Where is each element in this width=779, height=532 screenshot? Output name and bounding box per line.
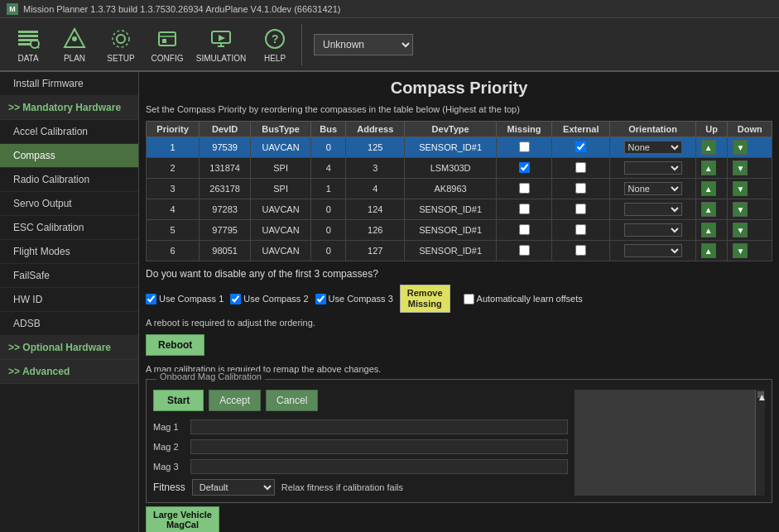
cell-up[interactable]: ▲ [695,220,728,241]
use-compass3-label[interactable]: Use Compass 3 [315,294,393,304]
toolbar-plan[interactable]: PLAN [53,22,96,67]
auto-learn-label[interactable]: Automatically learn offsets [464,294,583,304]
up-button[interactable]: ▲ [701,223,716,237]
cell-external[interactable] [552,199,610,220]
remove-missing-button[interactable]: RemoveMissing [400,285,450,313]
cell-missing[interactable] [496,220,551,241]
sidebar-item-esc-calibration[interactable]: ESC Calibration [0,216,138,240]
sidebar-item-install-firmware[interactable]: Install Firmware [0,72,138,96]
cell-down[interactable]: ▼ [728,137,772,158]
sidebar-item-adsb[interactable]: ADSB [0,312,138,336]
cell-orientation[interactable] [610,220,695,241]
large-vehicle-magcal-button[interactable]: Large VehicleMagCal [146,506,219,532]
up-button[interactable]: ▲ [701,181,716,196]
cell-orientation[interactable] [610,199,695,220]
sidebar-item-servo-output[interactable]: Servo Output [0,192,138,216]
up-button[interactable]: ▲ [701,243,716,258]
external-checkbox[interactable] [575,204,586,214]
external-checkbox[interactable] [575,183,586,194]
cell-missing[interactable] [496,158,551,179]
cell-up[interactable]: ▲ [695,158,728,179]
missing-checkbox[interactable] [519,141,530,152]
external-checkbox[interactable] [575,162,586,173]
up-button[interactable]: ▲ [701,202,716,217]
cell-up[interactable]: ▲ [695,199,728,220]
use-compass2-label[interactable]: Use Compass 2 [230,294,308,304]
down-button[interactable]: ▼ [733,181,748,196]
cancel-button[interactable]: Cancel [266,390,318,411]
table-row[interactable]: 698051UAVCAN0127SENSOR_ID#1▲▼ [147,241,772,261]
cell-down[interactable]: ▼ [728,220,772,241]
missing-checkbox[interactable] [519,162,530,173]
orientation-select[interactable] [624,161,682,175]
orientation-select[interactable] [624,223,682,237]
missing-checkbox[interactable] [519,245,530,256]
sidebar-item-failsafe[interactable]: FailSafe [0,264,138,288]
toolbar-config[interactable]: CONFIG [146,22,189,67]
cell-orientation[interactable] [610,158,695,179]
cell-down[interactable]: ▼ [728,158,772,179]
down-button[interactable]: ▼ [733,140,748,155]
cell-missing[interactable] [496,241,551,261]
auto-learn-checkbox[interactable] [464,294,474,304]
sidebar-optional-header[interactable]: >> Optional Hardware [0,336,138,360]
sidebar-mandatory-header[interactable]: >> Mandatory Hardware [0,96,138,120]
table-row[interactable]: 2131874SPI43LSM303D▲▼ [147,158,772,179]
orientation-select[interactable] [624,244,682,257]
cell-external[interactable] [552,241,610,261]
use-compass1-label[interactable]: Use Compass 1 [146,294,224,304]
toolbar-data[interactable]: DATA [7,22,50,67]
use-compass1-checkbox[interactable] [146,294,156,304]
vehicle-type-dropdown[interactable]: Unknown [314,34,413,55]
cell-missing[interactable] [496,137,551,158]
use-compass2-checkbox[interactable] [230,294,241,304]
cell-external[interactable] [552,137,610,158]
external-checkbox[interactable] [575,141,586,152]
cell-missing[interactable] [496,179,551,199]
sidebar-advanced-header[interactable]: >> Advanced [0,360,138,384]
down-button[interactable]: ▼ [733,223,748,237]
start-button[interactable]: Start [153,390,204,411]
use-compass3-checkbox[interactable] [315,294,326,304]
fitness-dropdown[interactable]: Default Relaxed Strict [192,479,275,496]
cell-missing[interactable] [496,199,551,220]
scrollbar-up[interactable]: ▲ [757,391,764,398]
down-button[interactable]: ▼ [733,243,748,258]
table-row[interactable]: 497283UAVCAN0124SENSOR_ID#1▲▼ [147,199,772,220]
up-button[interactable]: ▲ [701,161,716,175]
external-checkbox[interactable] [575,245,586,256]
toolbar-help[interactable]: ? HELP [253,22,296,67]
cell-orientation[interactable]: None [610,137,695,158]
toolbar-setup[interactable]: SETUP [99,22,142,67]
cell-up[interactable]: ▲ [695,179,728,199]
down-button[interactable]: ▼ [733,161,748,175]
cell-orientation[interactable]: None [610,179,695,199]
external-checkbox[interactable] [575,224,586,235]
down-button[interactable]: ▼ [733,202,748,217]
missing-checkbox[interactable] [519,204,530,214]
cell-down[interactable]: ▼ [728,241,772,261]
missing-checkbox[interactable] [519,224,530,235]
sidebar-item-hw-id[interactable]: HW ID [0,288,138,312]
orientation-select[interactable] [624,203,682,216]
up-button[interactable]: ▲ [701,140,716,155]
table-row[interactable]: 597795UAVCAN0126SENSOR_ID#1▲▼ [147,220,772,241]
accept-button[interactable]: Accept [209,390,261,411]
sidebar-item-compass[interactable]: Compass [0,144,138,168]
sidebar-item-radio-calibration[interactable]: Radio Calibration [0,168,138,192]
cell-down[interactable]: ▼ [728,199,772,220]
sidebar-item-accel-calibration[interactable]: Accel Calibration [0,120,138,144]
missing-checkbox[interactable] [519,183,530,194]
sidebar-item-flight-modes[interactable]: Flight Modes [0,240,138,264]
toolbar-simulation[interactable]: SIMULATION [192,22,250,67]
cell-down[interactable]: ▼ [728,179,772,199]
cell-orientation[interactable] [610,241,695,261]
reboot-button[interactable]: Reboot [146,334,204,356]
cell-external[interactable] [552,158,610,179]
table-row[interactable]: 197539UAVCAN0125SENSOR_ID#1None▲▼ [147,137,772,158]
cell-external[interactable] [552,179,610,199]
cell-up[interactable]: ▲ [695,241,728,261]
cell-external[interactable] [552,220,610,241]
table-row[interactable]: 3263178SPI14AK8963None▲▼ [147,179,772,199]
cell-up[interactable]: ▲ [695,137,728,158]
